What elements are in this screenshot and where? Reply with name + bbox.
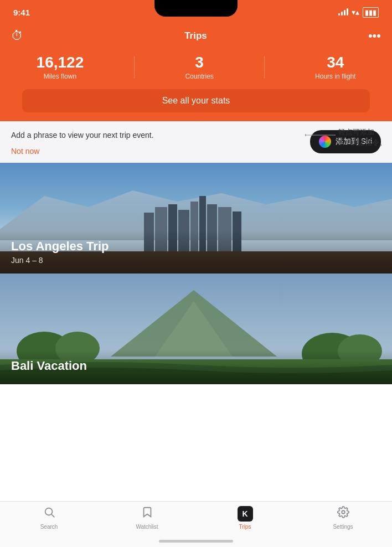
settings-tab-icon [337,506,349,522]
callout-annotation: 轻点可添加 Siri 快捷指令。 [305,127,386,148]
tab-trips[interactable]: K Trips [196,506,294,530]
stats-section: 16,122 Miles flown 3 Countries 34 Hours … [0,52,392,89]
miles-stat: 16,122 Miles flown [37,54,84,80]
app-header: ⏱ Trips ••• [0,24,392,52]
status-icons: ▾▴ ▮▮▮ [338,7,379,18]
hours-stat: 34 Hours in flight [315,54,355,80]
siri-description: Add a phrase to view your next trip even… [11,130,303,141]
svg-line-23 [51,514,54,517]
page-title: Trips [184,30,207,42]
history-icon[interactable]: ⏱ [11,29,23,43]
trips-tab-icon: K [238,506,253,522]
svg-point-1 [305,134,306,136]
miles-label: Miles flown [37,73,84,80]
callout-line [305,127,338,143]
not-now-button[interactable]: Not now [11,147,39,156]
watchlist-tab-label: Watchlist [136,524,158,530]
la-trip-name: Los Angeles Trip [11,239,381,254]
tab-watchlist[interactable]: Watchlist [98,506,196,530]
hours-number: 34 [315,54,355,71]
stat-divider-2 [264,56,265,78]
battery-icon: ▮▮▮ [363,7,379,18]
tab-search[interactable]: Search [0,506,98,530]
miles-number: 16,122 [37,54,84,71]
bali-vacation-card[interactable]: Bali Vacation [0,274,392,384]
countries-stat: 3 Countries [185,54,213,80]
watchlist-tab-icon [141,506,153,522]
more-options-icon[interactable]: ••• [368,29,381,43]
search-tab-label: Search [40,524,58,530]
bali-trip-name: Bali Vacation [11,359,381,373]
la-trip-dates: Jun 4 – 8 [11,256,381,265]
hours-label: Hours in flight [315,73,355,80]
tab-bar: Search Watchlist K Trips Settings [0,501,392,547]
svg-point-22 [45,508,52,515]
status-time: 9:41 [13,8,30,17]
signal-icon [338,9,348,16]
callout-text: 轻点可添加 Siri 快捷指令。 [338,127,386,148]
home-indicator [159,540,233,543]
search-tab-icon [43,506,55,522]
settings-tab-label: Settings [333,524,353,530]
tab-settings[interactable]: Settings [294,506,392,530]
countries-label: Countries [185,73,213,80]
phone-frame: 9:41 ▾▴ ▮▮▮ ⏱ Trips ••• 16,122 Miles flo… [0,0,392,547]
countries-number: 3 [185,54,213,71]
wifi-icon: ▾▴ [352,8,359,17]
notch [154,0,238,17]
los-angeles-trip-card[interactable]: Los Angeles Trip Jun 4 – 8 [0,163,392,274]
svg-point-24 [342,510,345,514]
status-bar: 9:41 ▾▴ ▮▮▮ [0,0,392,24]
stat-divider-1 [134,56,135,78]
la-trip-overlay: Los Angeles Trip Jun 4 – 8 [0,230,392,274]
trips-tab-label: Trips [239,524,251,530]
bali-trip-overlay: Bali Vacation [0,350,392,384]
siri-text-area: Add a phrase to view your next trip even… [11,130,310,157]
see-all-stats-button[interactable]: See all your stats [22,89,370,112]
